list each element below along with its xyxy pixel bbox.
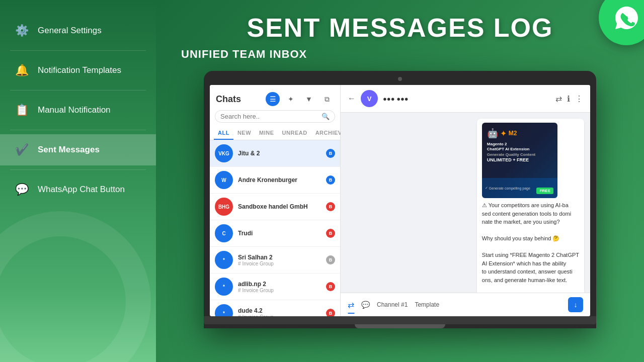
laptop-top-bar [210,77,590,85]
laptop-frame: Chats ☰ ✦ ▼ ⧉ 🔍 ALL NEW [204,71,596,328]
list-item[interactable]: W Andre Kronenburger B [210,167,340,194]
laptop-wrapper: Chats ☰ ✦ ▼ ⧉ 🔍 ALL NEW [156,71,644,362]
avatar: * [215,304,233,316]
avatar: C [215,224,233,242]
chat-messages: 🤖 ✦ M2 Magento 2ChatGPT AI ExtensionGene… [341,113,590,293]
chat-name: Andre Kronenburger [238,176,321,184]
main-content: SENT MESSAGES LOG UNIFIED TEAM INBOX Cha… [156,0,644,362]
section-label: UNIFIED TEAM INBOX [156,48,644,71]
chat-info: Sandboxe handel GmbH [238,203,321,210]
tab-all[interactable]: ALL [214,127,233,140]
list-item[interactable]: * Sri Salhan 2 # Invoice Group B [210,247,340,274]
tab-notes-icon[interactable]: 💬 [361,301,370,309]
list-item[interactable]: BHG Sandboxe handel GmbH B [210,194,340,220]
badge: B [326,229,335,238]
laptop-base [204,316,596,324]
chat-name: adlib.np 2 [238,281,321,288]
grid-view-button[interactable]: ✦ [284,92,298,106]
badge: B [326,202,335,211]
header-actions: ⇄ ℹ ⋮ [555,94,583,104]
checkmark-icon: ✔️ [15,143,29,156]
tab-new[interactable]: NEW [233,127,255,140]
sidebar-item-general-settings[interactable]: ⚙️ General Settings [0,15,156,46]
avatar: * [215,278,233,296]
laptop-stand [355,324,445,328]
avatar: BHG [215,198,233,216]
badge: B [326,175,335,185]
sidebar: ⚙️ General Settings 🔔 Notification Templ… [0,0,156,362]
gear-icon: ⚙️ [15,24,29,37]
contact-name: ●●● ●●● [383,95,550,103]
search-icon: 🔍 [321,113,330,120]
sidebar-item-label: Manual Notification [38,105,111,115]
sidebar-divider-2 [10,90,146,90]
chat-name: dude 4.2 [238,307,321,314]
chat-header-icons: ☰ ✦ ▼ ⧉ [266,92,334,106]
contact-info: ●●● ●●● [383,95,550,103]
page-title: SENT MESSAGES LOG [156,0,644,48]
chat-tabs: ALL NEW MINE UNREAD ARCHIEVED [210,127,340,140]
whatsapp-icon: 💬 [15,183,29,196]
message-bubble: 🤖 ✦ M2 Magento 2ChatGPT AI ExtensionGene… [477,119,584,293]
free-badge: FREE [536,188,553,194]
badge: B [326,282,335,291]
list-item[interactable]: C Trudi B [210,220,340,247]
info-icon[interactable]: ℹ [567,94,570,104]
avatar: VKG [215,144,233,162]
send-button[interactable]: ↓ [568,297,583,312]
chat-list: VKG Jitu & 2 B W Andre Kronenburger [210,140,340,316]
chat-preview: # Invoice Group [238,288,321,293]
sidebar-item-sent-messages[interactable]: ✔️ Sent Messages [0,134,156,165]
badge: B [326,309,335,316]
sidebar-item-whatsapp-chat-button[interactable]: 💬 WhatsApp Chat Button [0,174,156,205]
chat-info: Sri Salhan 2 # Invoice Group [238,254,321,266]
list-view-button[interactable]: ☰ [266,92,280,106]
message-image-text: Magento 2ChatGPT AI ExtensionGenerate Qu… [487,142,535,163]
chats-title: Chats [216,94,241,105]
list-item[interactable]: * adlib.np 2 # Invoice Group B [210,274,340,300]
chat-preview: # Invoice Group [238,314,321,317]
tab-template-label[interactable]: Template [415,301,439,308]
search-input[interactable] [220,113,318,120]
transfer-icon[interactable]: ⇄ [555,94,562,104]
chat-info: dude 4.2 # Invoice Group [238,307,321,317]
sidebar-item-label: Sent Messages [38,145,100,155]
sort-button[interactable]: ⧉ [320,92,334,106]
chat-info: adlib.np 2 # Invoice Group [238,281,321,293]
chat-sidebar: Chats ☰ ✦ ▼ ⧉ 🔍 ALL NEW [210,85,341,316]
chat-preview: # Invoice Group [238,261,321,266]
search-bar[interactable]: 🔍 [215,110,335,123]
avatar: W [215,171,233,189]
sidebar-item-manual-notification[interactable]: 📋 Manual Notification [0,95,156,126]
filter-button[interactable]: ▼ [302,92,316,106]
message-text: ⚠ Your competitors are using AI-based co… [482,201,579,293]
chat-name: Sri Salhan 2 [238,254,321,261]
tab-channel-label[interactable]: Channel #1 [377,301,408,308]
sidebar-item-notification-templates[interactable]: 🔔 Notification Templates [0,55,156,86]
avatar: * [215,251,233,269]
chat-main-header: ← V ●●● ●●● ⇄ ℹ ⋮ [341,85,590,113]
message-image: 🤖 ✦ M2 Magento 2ChatGPT AI ExtensionGene… [482,123,557,198]
contact-avatar: V [361,90,378,107]
chat-info: Andre Kronenburger [238,176,321,184]
chat-info: Jitu & 2 [238,150,321,157]
chat-bottom-tabs: ⇄ 💬 Channel #1 Template ↓ [341,293,590,316]
chat-name: Sandboxe handel GmbH [238,203,321,210]
laptop-screen: Chats ☰ ✦ ▼ ⧉ 🔍 ALL NEW [210,85,590,316]
clipboard-icon: 📋 [15,104,29,117]
list-item[interactable]: * dude 4.2 # Invoice Group B [210,300,340,316]
chat-name: Jitu & 2 [238,150,321,157]
list-item[interactable]: VKG Jitu & 2 B [210,140,340,167]
sidebar-item-label: Notification Templates [38,65,121,75]
sidebar-item-label: WhatsApp Chat Button [38,185,125,195]
tab-mine[interactable]: MINE [255,127,278,140]
back-button[interactable]: ← [348,94,356,103]
chat-name: Trudi [238,230,321,237]
tab-chat-icon[interactable]: ⇄ [348,300,354,310]
sidebar-item-label: General Settings [38,26,102,36]
more-options-icon[interactable]: ⋮ [575,94,583,104]
sidebar-divider-4 [10,169,146,170]
tab-unread[interactable]: UNREAD [278,127,311,140]
chat-main: ← V ●●● ●●● ⇄ ℹ ⋮ [341,85,590,316]
sidebar-divider-3 [10,130,146,130]
